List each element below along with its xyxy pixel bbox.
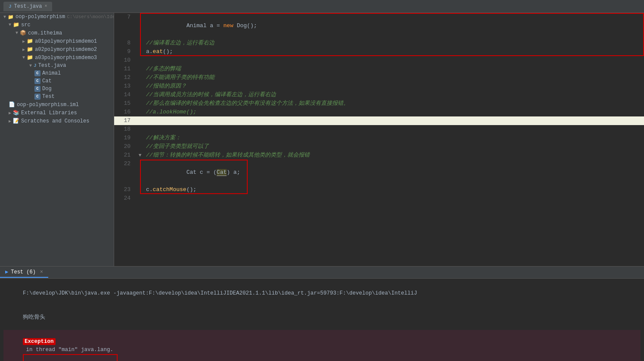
code-line-23: 23 c.catchMouse(); <box>114 185 644 194</box>
sidebar-label-extlibs: External Libraries <box>21 110 77 116</box>
line-num-8: 8 <box>114 39 136 47</box>
line-num-14: 14 <box>114 91 136 99</box>
sidebar-label-dog: Dog <box>42 86 52 92</box>
scratches-icon: 📝 <box>13 118 19 124</box>
gutter-9 <box>136 47 144 56</box>
src-folder-icon: 📁 <box>13 22 19 28</box>
gutter-24 <box>136 194 144 203</box>
line-code-11: //多态的弊端 <box>144 65 644 73</box>
class-icon-dog: C <box>34 86 40 92</box>
line-num-20: 20 <box>114 142 136 151</box>
sidebar-label-com: com.itheima <box>28 30 62 36</box>
sidebar-label-a02: a02polymorphismdemo2 <box>35 47 97 53</box>
sidebar-item-test[interactable]: C Test <box>0 93 114 100</box>
bottom-tabs: ▶ Test (6) × <box>0 267 644 279</box>
sidebar-item-extlibs[interactable]: ▶ 📚 External Libraries <box>0 109 114 117</box>
code-line-10: 10 <box>114 56 644 65</box>
sidebar-item-animal[interactable]: C Animal <box>0 69 114 77</box>
line-code-13: //报错的原因？ <box>144 82 644 91</box>
terminal-line-dog: 狗吃骨头 <box>3 305 641 330</box>
a02-folder-icon: 📁 <box>27 46 33 53</box>
code-line-14: 14 //当调用成员方法的时候，编译看左边，运行看右边 <box>114 91 644 99</box>
class-icon-cat: C <box>34 78 40 84</box>
tab-java-icon: J <box>9 4 12 9</box>
line-num-21: 21 <box>114 151 136 160</box>
run-icon: ▶ <box>5 269 8 275</box>
gutter-7 <box>136 13 144 39</box>
tab-close-button[interactable]: × <box>44 4 47 9</box>
sidebar: ▼ 📁 oop-polymorphism C:\Users\moon\IdeaP… <box>0 13 114 266</box>
expand-arrow-a01: ▶ <box>22 39 25 44</box>
class-icon-test: C <box>34 94 40 100</box>
line-code-22: Cat c = (Cat) a; <box>144 160 644 185</box>
sidebar-item-dog[interactable]: C Dog <box>0 85 114 93</box>
sidebar-label-a03: a03polymorphismdemo3 <box>35 55 97 61</box>
extlibs-icon: 📚 <box>13 110 19 116</box>
gutter-20 <box>136 142 144 151</box>
line-num-9: 9 <box>114 47 136 56</box>
code-line-21: 21 ▼ //细节：转换的时候不能瞎转，如果转成其他类的类型，就会报错 <box>114 151 644 160</box>
gutter-11 <box>136 65 144 73</box>
gutter-22 <box>136 160 144 185</box>
line-code-19: //解决方案： <box>144 134 644 142</box>
gutter-10 <box>136 56 144 65</box>
gutter-19 <box>136 134 144 142</box>
sidebar-label-test: Test <box>42 94 55 100</box>
code-line-18: 18 <box>114 125 644 134</box>
line-code-8: //编译看左边，运行看右边 <box>144 39 644 47</box>
sidebar-label-animal: Animal <box>42 70 61 76</box>
line-num-24: 24 <box>114 194 136 203</box>
sidebar-item-a02[interactable]: ▶ 📁 a02polymorphismdemo2 <box>0 45 114 53</box>
bottom-panel: ▶ Test (6) × F:\develop\JDK\bin\java.exe… <box>0 266 644 361</box>
code-area: 7 Animal a = new Dog(); 8 //编译看左边，运行看右边 … <box>114 13 644 266</box>
code-wrapper: 7 Animal a = new Dog(); 8 //编译看左边，运行看右边 … <box>114 13 644 266</box>
sidebar-label-iml: oop-polymorphism.iml <box>17 102 79 108</box>
line-num-7: 7 <box>114 13 136 39</box>
sidebar-item-scratches[interactable]: ▶ 📝 Scratches and Consoles <box>0 117 114 125</box>
sidebar-item-testjava[interactable]: ▼ J Test.java <box>0 62 114 69</box>
line-code-16: //a.lookHome(); <box>144 108 644 116</box>
code-line-16: 16 //a.lookHome(); <box>114 108 644 116</box>
top-bar: J Test.java × <box>0 0 644 13</box>
sidebar-item-com-itheima[interactable]: ▼ 📦 com.itheima <box>0 29 114 37</box>
code-line-22: 22 Cat c = (Cat) a; <box>114 160 644 185</box>
expand-arrow-com: ▼ <box>16 31 18 35</box>
exception-in: in thread "main" java.lang. <box>23 347 113 353</box>
sidebar-item-src[interactable]: ▼ 📁 src <box>0 21 114 29</box>
project-folder-icon: 📁 <box>8 14 14 20</box>
line-num-17: 17 <box>114 116 136 125</box>
project-root[interactable]: ▼ 📁 oop-polymorphism C:\Users\moon\IdeaP… <box>0 13 114 21</box>
line-code-7: Animal a = new Dog(); <box>144 13 644 39</box>
sidebar-item-a03[interactable]: ▼ 📁 a03polymorphismdemo3 <box>0 53 114 62</box>
bottom-tab-test[interactable]: ▶ Test (6) × <box>0 267 48 278</box>
gutter-18 <box>136 125 144 134</box>
bottom-tab-close[interactable]: × <box>40 269 43 275</box>
gutter-14 <box>136 91 144 99</box>
file-tab[interactable]: J Test.java × <box>3 2 52 11</box>
tab-label: Test.java <box>14 3 42 9</box>
sidebar-item-iml[interactable]: 📄 oop-polymorphism.iml <box>0 100 114 109</box>
gutter-8 <box>136 39 144 47</box>
cmd-text: F:\develop\JDK\bin\java.exe -javaagent:F… <box>23 290 417 296</box>
exception-badge: Exception <box>23 338 56 345</box>
expand-arrow: ▼ <box>9 22 11 27</box>
project-name: oop-polymorphism <box>16 14 65 20</box>
line-code-17 <box>144 116 644 125</box>
code-line-8: 8 //编译看左边，运行看右边 <box>114 39 644 47</box>
line-num-11: 11 <box>114 65 136 73</box>
line-num-12: 12 <box>114 73 136 82</box>
sidebar-item-cat[interactable]: C Cat <box>0 77 114 85</box>
gutter-12 <box>136 73 144 82</box>
dog-output: 狗吃骨头 <box>23 314 45 320</box>
line-code-20: //变回子类类型就可以了 <box>144 142 644 151</box>
sidebar-label-a01: a01polymorphismdemo1 <box>35 38 97 44</box>
sidebar-item-a01[interactable]: ▶ 📁 a01polymorphismdemo1 <box>0 37 114 45</box>
line-num-19: 19 <box>114 134 136 142</box>
sidebar-label-scratches: Scratches and Consoles <box>21 118 89 124</box>
gutter-21: ▼ <box>136 151 144 160</box>
expand-arrow-a02: ▶ <box>22 47 25 52</box>
expand-arrow-a03: ▼ <box>22 55 25 60</box>
gutter-17 <box>136 116 144 125</box>
code-line-19: 19 //解决方案： <box>114 134 644 142</box>
line-code-9: a.eat(); <box>144 47 644 56</box>
